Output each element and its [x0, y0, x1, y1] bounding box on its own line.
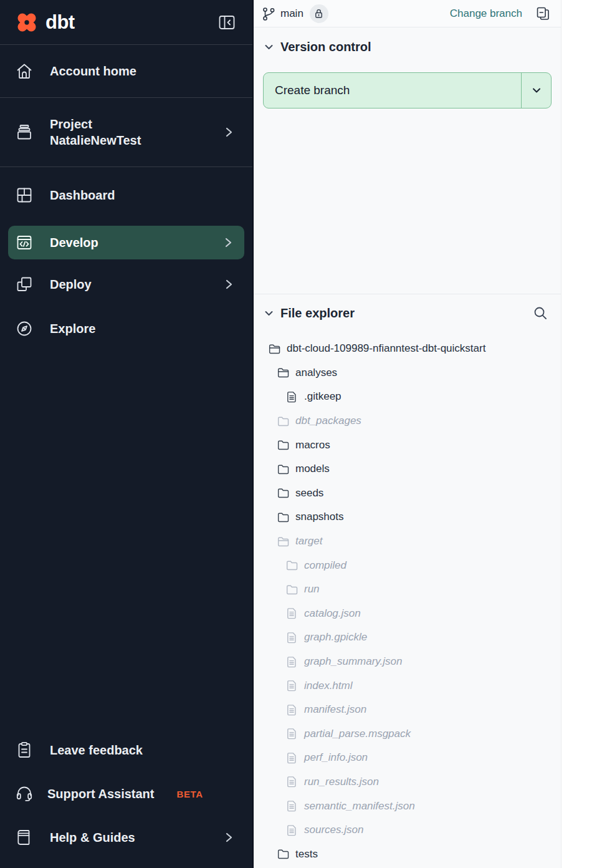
branch-protected-badge [310, 4, 328, 23]
dbt-logo-text: dbt [45, 11, 75, 34]
tree-item-label: partial_parse.msgpack [304, 728, 411, 740]
archive-icon [15, 123, 34, 142]
tree-item-label: tests [295, 848, 318, 861]
sidebar-item-leave-feedback[interactable]: Leave feedback [0, 728, 252, 772]
file-icon [285, 390, 299, 403]
tree-item[interactable]: catalog.json [268, 602, 552, 626]
collapse-sidebar-icon[interactable] [217, 13, 236, 32]
create-branch-dropdown[interactable] [521, 73, 551, 108]
tree-item[interactable]: snapshots [268, 505, 552, 529]
chevron-down-icon [531, 85, 542, 96]
tree-item-label: macros [295, 439, 330, 451]
file-explorer-header[interactable]: File explorer [263, 306, 552, 321]
tree-item-label: sources.json [304, 824, 363, 836]
sidebar-item-deploy[interactable]: Deploy [0, 262, 252, 307]
sidebar-item-help-guides[interactable]: Help & Guides [0, 816, 252, 859]
tree-item[interactable]: macros [268, 433, 552, 457]
project-word: Project [50, 116, 141, 132]
tree-item[interactable]: models [268, 457, 552, 481]
tree-item[interactable]: dbt-cloud-109989-nfianntest-dbt-quicksta… [268, 337, 552, 361]
tree-item[interactable]: .gitkeep [268, 385, 552, 409]
section-title: File explorer [280, 306, 355, 321]
tree-item[interactable]: seeds [268, 481, 552, 506]
tree-item-label: perf_info.json [304, 751, 368, 764]
tree-item[interactable]: perf_info.json [268, 746, 552, 770]
tree-item-label: dbt-cloud-109989-nfianntest-dbt-quicksta… [287, 342, 485, 355]
tree-item[interactable]: tests [268, 842, 552, 866]
branch-topbar: main Change branch [254, 0, 561, 27]
change-branch-link[interactable]: Change branch [450, 7, 522, 20]
tree-item-label: run_results.json [304, 776, 379, 788]
sidebar-item-account-home[interactable]: Account home [0, 45, 252, 98]
side-panel: main Change branch [254, 0, 561, 868]
tree-item[interactable]: run_results.json [268, 770, 552, 794]
sidebar-item-dashboard[interactable]: Dashboard [0, 167, 252, 223]
file-icon [285, 751, 299, 764]
sidebar-item-label: Account home [50, 63, 136, 79]
tree-item-label: index.html [304, 680, 352, 692]
sidebar-item-label: Explore [50, 321, 95, 337]
grid-icon [15, 186, 34, 205]
file-icon [285, 799, 299, 813]
chevron-down-icon[interactable] [263, 307, 275, 319]
folder-icon [277, 438, 290, 451]
folder-open-icon [277, 366, 290, 379]
tree-item-label: catalog.json [304, 607, 361, 620]
file-icon [285, 824, 299, 837]
chevron-right-icon [222, 831, 235, 844]
app-window: dbt Account home [0, 0, 607, 868]
sidebar-item-explore[interactable]: Explore [0, 307, 252, 350]
chevron-down-icon[interactable] [263, 41, 275, 53]
sidebar-item-label: Help & Guides [50, 829, 135, 846]
tree-item[interactable]: index.html [268, 673, 552, 698]
tree-item[interactable]: analyses [268, 361, 552, 385]
tree-item[interactable]: manifest.json [268, 698, 552, 722]
tree-item-label: semantic_manifest.json [304, 800, 415, 813]
tree-item[interactable]: target [268, 529, 552, 554]
sidebar-footer-pad [0, 859, 252, 868]
current-branch-name[interactable]: main [280, 7, 304, 20]
tree-item[interactable]: dbt_packages [268, 409, 552, 433]
sidebar-item-project[interactable]: Project NatalieNewTest [0, 98, 252, 167]
tree-item-label: .gitkeep [304, 390, 342, 403]
sidebar-item-label: Project NatalieNewTest [50, 116, 141, 149]
sidebar-item-develop[interactable]: Develop [8, 226, 244, 259]
tree-item[interactable]: partial_parse.msgpack [268, 722, 552, 746]
tree-item-label: analyses [295, 367, 337, 379]
version-control-section: Version control Create branch [254, 27, 561, 294]
chevron-right-icon [222, 278, 235, 291]
tree-item[interactable]: sources.json [268, 818, 552, 842]
editor-area [561, 0, 607, 868]
tree-item[interactable]: compiled [268, 553, 552, 577]
copy-icon[interactable] [535, 6, 551, 22]
tree-item-label: graph.gpickle [304, 631, 367, 644]
file-icon [285, 703, 299, 716]
file-icon [285, 775, 299, 788]
folder-open-icon [268, 342, 281, 355]
headset-icon [15, 784, 34, 803]
tree-item-label: seeds [295, 487, 323, 499]
sidebar-logo-row: dbt [0, 0, 252, 45]
sidebar-item-label: Develop [50, 234, 98, 251]
tree-item-label: run [304, 583, 320, 596]
folder-open-icon [277, 535, 290, 548]
tree-item[interactable]: run [268, 577, 552, 602]
sidebar: dbt Account home [0, 0, 254, 868]
folder-icon [277, 486, 290, 499]
search-icon[interactable] [533, 306, 548, 321]
project-name: NatalieNewTest [50, 132, 141, 148]
sidebar-item-support-assistant[interactable]: Support Assistant BETA [0, 772, 252, 816]
file-icon [285, 607, 299, 620]
tree-item[interactable]: graph.gpickle [268, 625, 552, 650]
file-explorer-section: File explorer dbt-cloud-109989-nfianntes… [254, 294, 561, 868]
tree-item[interactable]: graph_summary.json [268, 650, 552, 674]
tree-item[interactable]: semantic_manifest.json [268, 794, 552, 818]
beta-badge: BETA [177, 789, 203, 799]
sidebar-item-label: Dashboard [50, 187, 115, 203]
folder-icon [277, 415, 290, 428]
sidebar-item-label: Support Assistant [47, 786, 155, 802]
version-control-header[interactable]: Version control [263, 40, 552, 54]
create-branch-label[interactable]: Create branch [264, 73, 521, 108]
create-branch-button[interactable]: Create branch [263, 72, 552, 109]
book-icon [15, 828, 34, 847]
